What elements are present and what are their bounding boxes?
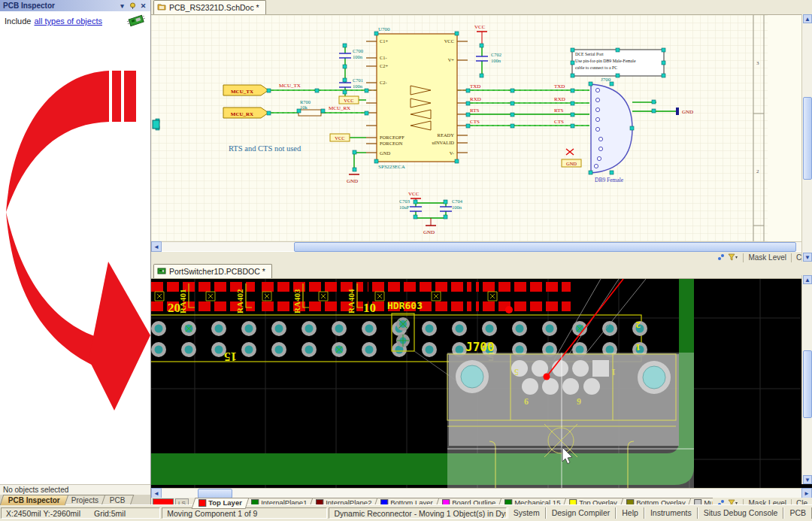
- svg-text:CTS: CTS: [554, 119, 564, 125]
- svg-text:C1+: C1+: [380, 38, 389, 44]
- pcb-editor-canvas[interactable]: RA401 RA402 RA403 RA404 20 10 15 5 2: [151, 279, 812, 488]
- svg-text:10: 10: [363, 301, 376, 315]
- pcb-vscroll-thumb[interactable]: [803, 350, 812, 418]
- schematic-mask-row: Mask Level Cle: [151, 251, 812, 264]
- svg-text:GND: GND: [566, 161, 577, 166]
- svg-text:MCU_RX: MCU_RX: [231, 111, 253, 117]
- gnd-label-db9-right[interactable]: GND: [676, 108, 693, 115]
- schematic-tab-bar: PCB_RS2321D.SchDoc *: [151, 0, 812, 15]
- include-label: Include: [5, 17, 31, 26]
- scroll-up-icon[interactable]: ▲: [803, 14, 812, 23]
- scroll-left-icon[interactable]: ◄: [151, 241, 162, 252]
- schematic-tab-label: PCB_RS2321D.SchDoc *: [169, 3, 259, 12]
- pcb-document-tab[interactable]: PortSwitcher1D.PCBDOC *: [153, 264, 272, 278]
- pin-icon[interactable]: [129, 2, 137, 10]
- svg-text:C1-: C1-: [380, 55, 387, 60]
- panel-button-instruments[interactable]: Instruments: [644, 507, 698, 519]
- highlight-icon[interactable]: [717, 253, 725, 262]
- svg-text:2: 2: [756, 168, 759, 174]
- object-types-link[interactable]: all types of objects: [34, 17, 102, 26]
- svg-text:C701: C701: [353, 77, 363, 83]
- panel-title-bar[interactable]: PCB Inspector ▾ ✕: [0, 0, 150, 11]
- svg-text:100n: 100n: [353, 83, 363, 89]
- schematic-vscrollbar[interactable]: ▲ ▼: [801, 14, 812, 262]
- ic-part-number: SP3223ECA: [378, 164, 405, 170]
- status-bar: X:2450mil Y:-2960mil Grid:5mil Moving Co…: [0, 504, 812, 521]
- svg-text:VCC: VCC: [444, 38, 454, 44]
- pcb-vscrollbar[interactable]: ▲ ▼: [801, 275, 812, 484]
- schematic-hscroll-thumb[interactable]: [294, 242, 796, 252]
- svg-text:Use pin-for-pin DB9 Male-Femal: Use pin-for-pin DB9 Male-Female: [575, 59, 636, 63]
- j700-designator-label[interactable]: J700: [465, 340, 495, 354]
- scroll-down-icon[interactable]: ▼: [803, 253, 812, 262]
- svg-text:C703: C703: [399, 198, 410, 204]
- tab-projects[interactable]: Projects: [63, 495, 108, 505]
- close-icon[interactable]: ✕: [139, 2, 147, 10]
- svg-text:RA403: RA403: [292, 289, 301, 314]
- panel-button-help[interactable]: Help: [616, 507, 644, 519]
- moving-status-segment: Moving Component 1 of 9: [162, 507, 327, 519]
- panel-button-system[interactable]: System: [508, 507, 546, 519]
- svg-text:DCE Serial Port: DCE Serial Port: [575, 52, 604, 56]
- svg-text:20: 20: [168, 301, 180, 315]
- pcb-inspector-panel: PCB Inspector ▾ ✕ Include all types of o…: [0, 0, 151, 505]
- coordinates-segment: X:2450mil Y:-2960mil Grid:5mil: [1, 507, 160, 519]
- grid-setting: Grid:5mil: [94, 508, 126, 518]
- chevron-down-icon[interactable]: ▾: [118, 2, 126, 10]
- port-mcu-tx[interactable]: MCU_TX: [223, 85, 268, 95]
- svg-text:cable to connect to a PC: cable to connect to a PC: [575, 65, 617, 70]
- panel-button-situs-debug-console[interactable]: Situs Debug Console: [698, 507, 784, 519]
- svg-text:VCC: VCC: [408, 191, 420, 197]
- svg-text:CTS: CTS: [470, 119, 480, 125]
- vcc-port-box-1[interactable]: VCC: [330, 134, 350, 141]
- schematic-hscrollbar[interactable]: ◄ ►: [151, 241, 812, 251]
- svg-text:HDR603: HDR603: [387, 300, 423, 311]
- net-label-mcu-tx[interactable]: MCU_TX: [279, 83, 301, 89]
- pcb-tab-label: PortSwitcher1D.PCBDOC *: [169, 267, 265, 276]
- db9-designator: J700: [601, 77, 611, 83]
- svg-text:RA402: RA402: [235, 289, 244, 314]
- scroll-down-icon[interactable]: ▼: [803, 475, 812, 484]
- scroll-left-icon[interactable]: ◄: [151, 488, 162, 498]
- panel-button-design-compiler[interactable]: Design Compiler: [546, 507, 617, 519]
- inspector-status-text: No objects selected: [0, 484, 150, 495]
- svg-text:100n: 100n: [452, 204, 462, 210]
- svg-text:V-: V-: [450, 150, 454, 156]
- svg-text:READY: READY: [438, 132, 455, 138]
- layer-tab-top-layer[interactable]: Top Layer: [192, 498, 250, 509]
- inspector-empty-body: [0, 29, 150, 484]
- schematic-vscroll-thumb[interactable]: [803, 97, 812, 180]
- note-text-frame[interactable]: DCE Serial Port Use pin-for-pin DB9 Male…: [572, 50, 664, 76]
- filter-icon[interactable]: [728, 253, 738, 262]
- svg-text:15: 15: [224, 350, 237, 364]
- vcc-port-box-2[interactable]: VCC: [339, 96, 359, 104]
- mask-level-button[interactable]: Mask Level: [743, 253, 791, 262]
- net-label-mcu-rx[interactable]: MCU_RX: [329, 105, 350, 111]
- tab-pcb[interactable]: PCB: [102, 495, 134, 505]
- schdoc-icon: [157, 3, 166, 12]
- pcb-tab-bar: PortSwitcher1D.PCBDOC *: [151, 264, 812, 279]
- editor-area: PCB_RS2321D.SchDoc * 3: [151, 0, 812, 505]
- pcb-hscrollbar[interactable]: ◄ ►: [151, 488, 812, 498]
- mode-status-segment: Dynamic Reconnector - Moving 1 Object(s)…: [329, 507, 506, 519]
- schematic-document-tab[interactable]: PCB_RS2321D.SchDoc *: [153, 0, 266, 14]
- svg-text:RXD: RXD: [470, 96, 481, 102]
- svg-text:C702: C702: [491, 52, 501, 57]
- annotation-text[interactable]: RTS and CTS not used: [229, 144, 301, 153]
- scroll-up-icon[interactable]: ▲: [803, 275, 812, 284]
- svg-text:1: 1: [611, 367, 616, 377]
- ic-u700[interactable]: U700 SP3223ECA C1+ C1- C2+ C2- FORCEOFF …: [366, 26, 468, 170]
- port-mcu-rx[interactable]: MCU_RX: [223, 108, 268, 118]
- svg-text:FORCEOFF: FORCEOFF: [380, 135, 404, 140]
- scroll-right-icon[interactable]: ►: [801, 488, 812, 498]
- tab-pcb-inspector[interactable]: PCB Inspector: [0, 495, 68, 505]
- schematic-editor-canvas[interactable]: 3 2: [151, 15, 812, 241]
- svg-text:GND: GND: [380, 150, 390, 156]
- svg-text:FORCEON: FORCEON: [380, 141, 403, 146]
- panel-button-pcb[interactable]: PCB: [783, 507, 812, 519]
- svg-text:C704: C704: [452, 198, 463, 204]
- svg-text:VCC: VCC: [335, 135, 344, 141]
- svg-text:5: 5: [514, 367, 519, 377]
- svg-text:10uF: 10uF: [399, 204, 410, 210]
- offscreen-selected-object: [153, 120, 159, 129]
